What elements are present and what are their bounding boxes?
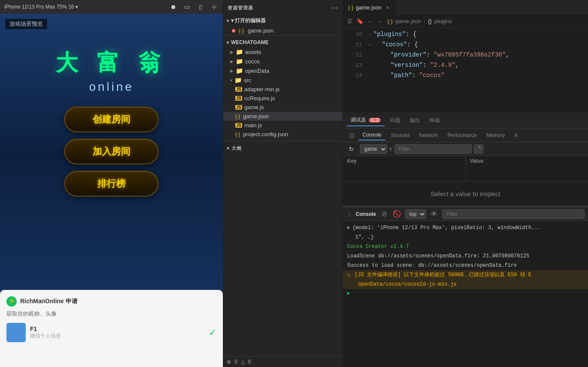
val-version: "2.4.9" (430, 62, 455, 69)
bookmark-icon[interactable]: 🔖 (357, 18, 363, 24)
console-filter-input[interactable] (442, 209, 585, 219)
console-prompt: ▶ (343, 289, 588, 297)
value-header: Value (470, 158, 584, 164)
kw-version: "version" (390, 62, 423, 69)
comma-13: , (455, 62, 459, 69)
folder-opendata[interactable]: ▶ 📁 openData (223, 66, 342, 75)
file-game-js[interactable]: JS game.js (223, 103, 342, 112)
console-eye-icon[interactable]: 👁 (429, 209, 439, 219)
devtools-tab-output[interactable]: 输出 (405, 115, 424, 126)
line-num-11: 11 (347, 40, 362, 50)
expand-arrow-1[interactable]: ▶ (347, 224, 350, 232)
breadcrumb-forward[interactable]: → (376, 18, 382, 25)
folder-name-opendata: openData (245, 68, 269, 74)
console-refresh-icon[interactable]: 🚫 (392, 209, 402, 219)
console-clear-icon[interactable]: ⊘ (379, 209, 389, 219)
devtools-tab-problems[interactable]: 问题 (386, 115, 405, 126)
panel-tabs-bar: ⊡ Console Sources Network Performance Me… (343, 128, 588, 142)
record-icon[interactable]: ⏺ (169, 3, 177, 11)
warn-icon-1: ⚠ (347, 271, 350, 279)
folder-src[interactable]: ▾ 📁 src (223, 75, 342, 85)
modified-dot (232, 29, 235, 33)
context-selector[interactable]: game (360, 144, 387, 154)
console-dots-icon[interactable]: ⋮ (346, 211, 352, 218)
console-text-cocos: Cocos Creator v2.4.7 (347, 243, 409, 251)
file-main-js[interactable]: JS main.js (223, 121, 342, 130)
popup-app-name: RichManOnline 申请 (20, 298, 78, 305)
js-badge-ccrequire: JS (235, 96, 242, 101)
join-room-button[interactable]: 加入房间 (64, 139, 159, 164)
code-line-12: 12 ▾ "provider": "wx7095f7fa398a2f30", (343, 50, 588, 60)
console-line-loadscene: LoadScene db://assets/scenes/openData.fi… (343, 251, 588, 261)
error-icon: ⊗ (227, 359, 231, 365)
warning-count: 0 (248, 359, 251, 365)
tablet-icon[interactable]: ▯ (196, 3, 205, 11)
folder-assets[interactable]: ▶ 📁 assets (223, 47, 342, 57)
code-content-11: "cocos": { (373, 40, 584, 49)
file-game-json[interactable]: {·} game.json (223, 112, 342, 121)
explorer-title: 资源管理器 (228, 5, 253, 11)
open-file-game-json[interactable]: {·} game.json (223, 26, 342, 35)
js-badge-game: JS (235, 105, 242, 110)
devtools-tab-debugger[interactable]: 调试器 1, 2 (346, 115, 385, 126)
colon-11: : { (407, 41, 418, 48)
inspect-icon[interactable]: ⊡ (346, 130, 357, 141)
sources-label: Sources (391, 132, 410, 138)
devtools-tab-terminal[interactable]: 终端 (425, 115, 444, 126)
breadcrumb-back[interactable]: ← (368, 18, 374, 25)
console-line-cocos: Cocos Creator v2.4.7 (343, 242, 588, 251)
project-header[interactable]: ▾ WECHATGAME (223, 38, 342, 47)
console-context-selector[interactable]: top (405, 209, 426, 219)
outline-label[interactable]: ▾ 大纲 (223, 143, 342, 153)
project-section: ▾ WECHATGAME ▶ 📁 assets ▶ 📁 cocos ▶ 📁 op… (223, 36, 342, 141)
open-editors-section: ▾ ▾ 打开的编辑器 {·} game.json (223, 15, 342, 36)
panel-tab-more[interactable]: A (510, 131, 522, 140)
open-file-name: game.json (248, 27, 273, 34)
prompt-arrow: ▶ (347, 290, 350, 296)
error-count: 0 (234, 359, 237, 365)
tab-label-game-json: game.json (356, 4, 381, 11)
refresh-icon[interactable]: ↻ (346, 145, 357, 153)
select-message-text: Select a value to (431, 190, 478, 197)
device-icons: ⏺ ▭ ▯ ⊹ (169, 3, 219, 11)
game-title-chinese: 大 富 翁 (56, 48, 167, 78)
debug-filter-input[interactable] (395, 144, 472, 154)
expand-10[interactable]: ▾ (369, 30, 371, 40)
panel-tab-performance[interactable]: Performance (443, 131, 481, 140)
tab-game-json[interactable]: {·} game.json × (343, 0, 396, 15)
popup-check-icon[interactable]: ✓ (209, 327, 216, 338)
kw-cocos: "cocos" (382, 41, 407, 48)
code-editor: 10 ▾ "plugins": { 11 ▾ "cocos": { 12 ▾ "… (343, 27, 588, 113)
expand-11[interactable]: ▾ (369, 41, 371, 50)
file-name-main-js: main.js (244, 122, 262, 128)
console-text-success: Success to load scene: db://assets/scene… (347, 262, 517, 269)
popup-title: 🍀 RichManOnline 申请 (6, 296, 216, 307)
file-project-config-json[interactable]: {·} project.config.json (223, 130, 342, 139)
line-num-13: 13 (347, 61, 362, 70)
panel-tab-console[interactable]: Console (358, 130, 386, 140)
cursor-icon[interactable]: ⊹ (210, 3, 219, 11)
file-tree: ▾ ▾ 打开的编辑器 {·} game.json ▾ WECHATGAME ▶ … (223, 15, 342, 356)
hamburger-icon[interactable]: ☰ (347, 18, 352, 24)
folder-cocos[interactable]: ▶ 📁 cocos (223, 57, 342, 66)
console-text-1: {model: 'iPhone 12/13 Pro Max', pixelRat… (352, 224, 540, 232)
file-ccrequire-js[interactable]: JS ccRequire.js (223, 94, 342, 103)
panel-tab-network[interactable]: Network (415, 131, 442, 140)
select-message-cont: inspect (478, 190, 501, 197)
open-editors-header[interactable]: ▾ ▾ 打开的编辑器 (223, 15, 342, 26)
val-provider: "wx7095f7fa398a2f30" (434, 51, 506, 58)
regex-toggle[interactable]: .* (474, 144, 483, 154)
leaderboard-button[interactable]: 排行榜 (64, 171, 159, 197)
phone-icon[interactable]: ▭ (183, 3, 191, 11)
json-icon-game: {·} (235, 113, 240, 119)
more-icon[interactable]: ⋯ (331, 4, 338, 12)
panel-tab-memory[interactable]: Memory (482, 131, 509, 140)
code-line-13: 13 ▾ "version": "2.4.9", (343, 60, 588, 71)
panel-tab-sources[interactable]: Sources (387, 131, 414, 140)
left-panel: iPhone 12/13 Pro Max 75% 16 ▾ ⏺ ▭ ▯ ⊹ 游戏… (0, 0, 223, 367)
tab-close-button[interactable]: × (384, 4, 391, 11)
kw-path: "path" (390, 72, 412, 79)
file-adapter-min-js[interactable]: JS adapter-min.js (223, 85, 342, 94)
select-value-message: Select a value to inspect (343, 182, 588, 206)
create-room-button[interactable]: 创建房间 (64, 107, 159, 132)
